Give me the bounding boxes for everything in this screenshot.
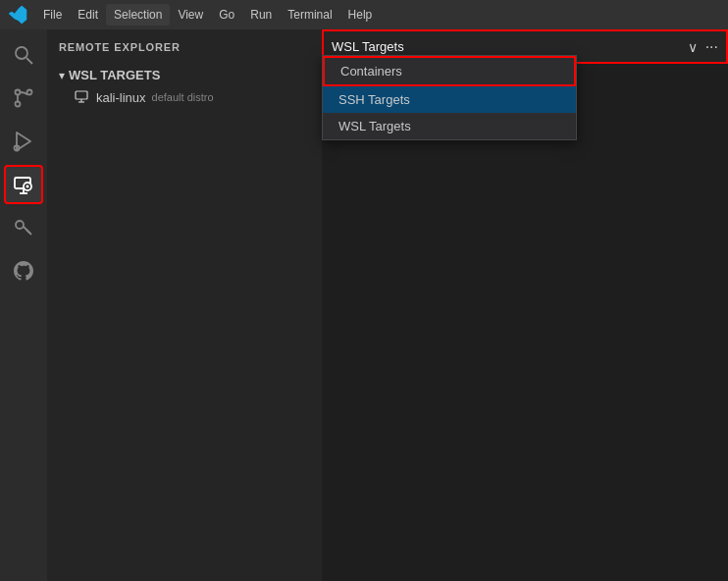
run-debug-icon[interactable]	[4, 122, 43, 161]
remote-explorer-icon[interactable]	[4, 165, 43, 204]
menu-edit[interactable]: Edit	[70, 4, 106, 26]
sidebar: REMOTE EXPLORER ▾ WSL TARGETS kali-linux…	[47, 29, 322, 581]
selector-label: WSL Targets	[332, 39, 688, 54]
menu-help[interactable]: Help	[340, 4, 381, 26]
remote-panel: ▾ WSL TARGETS kali-linux default distro	[47, 64, 322, 581]
section-arrow: ▾	[59, 69, 65, 82]
dropdown-container: Containers SSH Targets WSL Targets	[322, 55, 577, 140]
wsl-targets-label: WSL TARGETS	[69, 68, 160, 82]
svg-line-1	[26, 58, 32, 64]
search-icon[interactable]	[4, 35, 43, 75]
vscode-logo	[8, 5, 27, 25]
svg-point-4	[16, 102, 21, 107]
kali-linux-name: kali-linux	[96, 90, 146, 105]
wsl-targets-section[interactable]: ▾ WSL TARGETS	[47, 64, 322, 86]
kali-linux-tag: default distro	[152, 91, 214, 103]
source-control-icon[interactable]	[4, 79, 43, 118]
activity-bar	[0, 29, 47, 581]
key-icon[interactable]	[4, 208, 43, 247]
menu-go[interactable]: Go	[211, 4, 242, 26]
svg-point-14	[16, 221, 24, 229]
github-icon[interactable]	[4, 251, 43, 290]
svg-point-0	[16, 47, 27, 59]
menu-view[interactable]: View	[170, 4, 211, 26]
menu-file[interactable]: File	[35, 4, 70, 26]
menu-selection[interactable]: Selection	[106, 4, 170, 26]
dropdown-menu: Containers SSH Targets WSL Targets	[322, 55, 577, 140]
sidebar-title: REMOTE EXPLORER	[59, 41, 181, 53]
dropdown-containers[interactable]: Containers	[323, 56, 576, 86]
menu-bar: File Edit Selection View Go Run Terminal…	[35, 4, 720, 26]
computer-icon	[75, 89, 90, 105]
dropdown-ssh-targets[interactable]: SSH Targets	[323, 86, 576, 113]
title-bar: File Edit Selection View Go Run Terminal…	[0, 0, 728, 29]
svg-rect-18	[76, 91, 87, 99]
svg-line-16	[28, 232, 30, 234]
more-options-icon[interactable]: ···	[705, 38, 718, 56]
menu-terminal[interactable]: Terminal	[280, 4, 339, 26]
menu-run[interactable]: Run	[242, 4, 280, 26]
svg-point-3	[27, 90, 32, 95]
dropdown-wsl-targets[interactable]: WSL Targets	[323, 113, 576, 139]
sidebar-header: REMOTE EXPLORER	[47, 29, 322, 64]
kali-linux-item[interactable]: kali-linux default distro	[47, 86, 322, 108]
svg-point-2	[16, 90, 21, 95]
svg-line-17	[26, 230, 28, 232]
chevron-down-icon: ∨	[688, 39, 698, 55]
